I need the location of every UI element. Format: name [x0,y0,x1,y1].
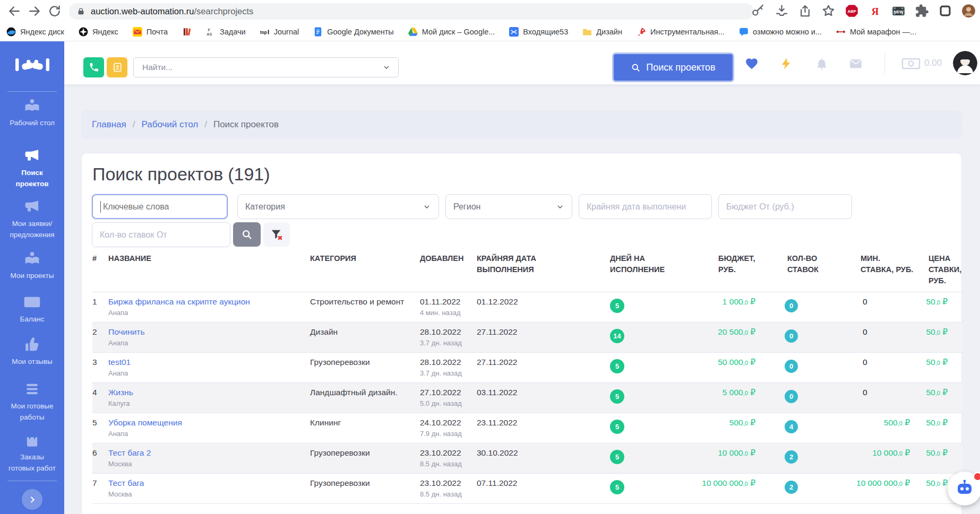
bookmark-item[interactable]: Мой марафон —... [836,27,916,37]
browser-chrome: auction.web-automation.ru/searchprojects… [0,0,980,41]
table-row: 1Биржа фриланса на скрипте аукционАнапаС… [92,292,962,323]
bookmark-item[interactable]: Google Документы [313,27,394,37]
table-row: 7Тест багаМоскваГрузоперевозки23.10.2022… [92,474,962,504]
window-icon[interactable] [938,4,952,18]
project-city: Москва [108,490,310,498]
favorites-heart-icon[interactable] [745,57,759,71]
list-icon [0,381,64,397]
share-icon[interactable] [798,4,812,18]
chevron-down-icon [556,203,564,211]
sidebar-item-Поиск[interactable]: Поискпроектов [0,147,64,189]
days-badge: 5 [610,359,624,373]
puzzle-icon[interactable] [915,4,929,18]
sidebar-item-Мои проекты[interactable]: Мои проекты [0,250,64,281]
sidebar-item-Заказы[interactable]: Заказыготовых работ [0,432,64,474]
back-icon[interactable] [7,4,21,18]
project-link[interactable]: Тест бага [108,478,144,487]
bid-price-cell: 50,0 ₽ [924,327,962,352]
apply-filters-button[interactable] [233,222,261,247]
bid-price-cell: 50,0 ₽ [924,388,962,413]
days-cell: 5 [610,358,691,382]
profile-icon[interactable] [961,4,976,18]
bookmark-item[interactable]: Инструментальная... [637,27,725,37]
bookmark-label: Почта [147,28,168,36]
url-bar[interactable]: auction.web-automation.ru/searchprojects [69,3,754,20]
project-link[interactable]: test01 [108,358,131,367]
bookmark-item[interactable]: Мой диск – Google... [408,27,495,37]
messages-envelope-icon[interactable] [849,57,863,71]
category-cell: Дизайн [310,327,420,352]
browser-toolbar: auction.web-automation.ru/searchprojects… [0,0,980,22]
download-icon[interactable] [775,4,789,18]
desk-icon [0,98,64,114]
bookmark-item[interactable]: озможно можно и... [739,27,822,37]
bookmark-item[interactable]: Яндекс [79,27,118,37]
days-badge: 14 [610,329,624,343]
abp-icon[interactable]: ABP [845,4,859,18]
sidebar: Рабочий столПоискпроектовМои заявки/пред… [0,41,64,514]
category-select[interactable]: Категория [237,194,439,219]
column-header: БЮДЖЕТ,РУБ. [691,253,764,286]
keywords-field[interactable] [102,202,219,212]
days-badge: 5 [610,389,624,404]
bookmark-item[interactable]: Почта [133,27,168,37]
projects-count: (191) [228,164,270,185]
star-icon[interactable] [821,4,836,18]
new-badge-icon[interactable]: NEW [891,4,906,18]
project-link[interactable]: Уборка помещения [108,418,182,427]
bookmark-item[interactable]: topJournal [260,27,299,37]
bolt-icon[interactable] [779,57,793,71]
project-link[interactable]: Тест бага 2 [108,448,151,457]
bids-from-input[interactable] [92,222,230,247]
keywords-input[interactable] [92,194,228,219]
sidebar-item-label: Мои проекты [0,270,64,281]
bookmark-item[interactable]: Дизайн [582,27,622,37]
bookmark-item[interactable]: Входящие53 [509,27,568,37]
global-search-combobox[interactable] [133,57,399,77]
forward-icon[interactable] [28,4,41,18]
global-search-input[interactable] [141,62,382,73]
deadline-cell: 27.11.2022 [477,327,610,352]
clear-filters-button[interactable] [263,222,290,247]
phone-button[interactable] [83,57,104,77]
handshake-logo-icon[interactable] [0,55,64,74]
breadcrumb-desktop[interactable]: Рабочий стол [141,119,198,130]
reload-icon[interactable] [48,4,62,18]
project-link[interactable]: Биржа фриланса на скрипте аукцион [108,297,250,306]
bookmark-item[interactable] [182,27,192,37]
sidebar-item-Мои отзывы[interactable]: Мои отзывы [0,336,64,367]
sidebar-item-Баланс[interactable]: Баланс [0,294,64,325]
days-cell: 5 [610,448,691,473]
deadline-input[interactable] [579,194,712,219]
bids-cell: 0 [764,297,861,322]
address-book-button[interactable] [107,57,127,77]
bookmark-item[interactable]: FASЗадачи [206,27,246,37]
notifications-bell-icon[interactable] [815,57,829,71]
desk-icon [0,250,64,267]
deadline-cell: 07.11.2022 [477,478,610,503]
budget-cell: 10 000 000,0 ₽ [691,478,764,503]
region-select[interactable]: Регион [445,194,572,219]
chevron-down-icon[interactable] [382,63,391,72]
sidebar-item-Рабочий стол[interactable]: Рабочий стол [0,98,64,128]
bookmark-item[interactable]: Яндекс диск [6,27,64,37]
breadcrumb-home[interactable]: Главная [92,119,126,130]
balance-amount[interactable]: 0.00 [924,58,942,68]
breadcrumb-current: Поиск проектов [213,119,279,130]
project-link[interactable]: Починить [108,327,145,336]
sidebar-item-Мои готовые[interactable]: Мои готовыеработы [0,381,64,423]
user-avatar[interactable] [953,51,977,75]
yandex-letter-icon[interactable]: Я [868,4,882,18]
sidebar-item-Мои заявки/[interactable]: Мои заявки/предложения [0,198,64,240]
chat-widget-button[interactable] [948,472,980,506]
added-cell: 01.11.20224 мин. назад [420,297,477,322]
table-header: #НАЗВАНИЕКАТЕГОРИЯДОБАВЛЕНКРАЙНЯЯ ДАТАВЫ… [92,253,962,292]
budget-from-input[interactable] [718,194,852,219]
row-number: 2 [92,327,108,352]
deadline-cell: 30.10.2022 [477,448,610,473]
sidebar-item-label: Мои заявки/ [0,218,64,229]
search-projects-button[interactable]: Поиск проектов [614,54,733,81]
key-icon[interactable] [751,4,766,18]
sidebar-expand-button[interactable] [22,489,42,510]
project-link[interactable]: Жизнь [108,388,133,397]
